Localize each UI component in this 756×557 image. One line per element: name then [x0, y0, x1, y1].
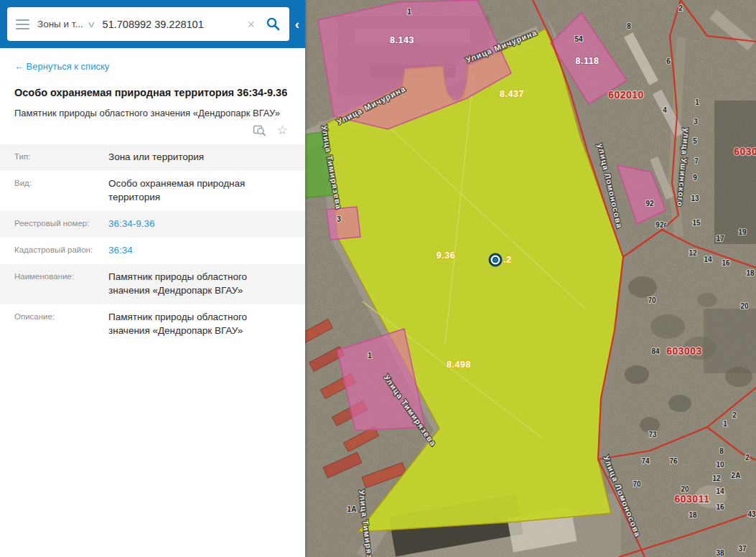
zone-number-label: 8.118	[575, 56, 599, 66]
info-row-kind: Вид:Особо охраняемая природная территори…	[0, 171, 305, 211]
building-number-label: 12	[712, 474, 721, 482]
zone-number-label: 9.36	[437, 251, 455, 261]
page-title: Особо охраняемая природная территория 36…	[0, 80, 305, 101]
zone-number-label: .2	[503, 255, 511, 265]
clear-search-icon[interactable]: ×	[245, 17, 258, 32]
info-value: Зона или территория	[99, 151, 288, 164]
object-subtitle: Памятник природы областного значения «Де…	[0, 101, 305, 120]
building-number-label: 1	[368, 352, 372, 360]
building-number-label: 1	[407, 8, 411, 16]
building-number-label: 76	[669, 457, 678, 465]
building-number-label: 20	[681, 485, 689, 493]
building-number-label: 43	[747, 510, 756, 518]
building-number-label: 2	[678, 4, 683, 12]
favorite-star-icon[interactable]: ☆	[277, 124, 288, 136]
info-value: Особо охраняемая природная территория	[99, 177, 288, 205]
zone-number-label: 8.437	[500, 89, 524, 99]
info-label: Вид:	[0, 177, 99, 187]
cadastral-quarter-label: 603002	[734, 146, 756, 157]
info-rows: Тип:Зона или территорияВид:Особо охраняе…	[0, 144, 305, 344]
search-result-marker	[490, 254, 501, 266]
info-row-description: Описание:Памятник природы областного зна…	[0, 304, 305, 345]
info-row-name: Наименование:Памятник природы областного…	[0, 264, 305, 304]
building-number-label: 17	[716, 235, 724, 243]
building-number-label: 1А	[347, 505, 357, 513]
collapse-panel-button[interactable]: ‹	[290, 0, 304, 48]
info-value-link[interactable]: 36:34-9.36	[99, 217, 288, 231]
building-number-label: 70	[633, 480, 641, 488]
building-number-label: 4	[663, 106, 667, 114]
info-row-registry-number: Реестровый номер:36:34-9.36	[0, 211, 305, 238]
zone-number-label: 8.143	[390, 35, 414, 45]
building-number-label: 18	[689, 511, 697, 519]
search-category-label: Зоны и т...	[37, 19, 83, 29]
building-number-label: 70	[648, 296, 656, 304]
building-number-label: 2А	[732, 472, 741, 479]
info-label: Наименование:	[0, 271, 99, 281]
building-number-label: 15	[692, 219, 701, 227]
building-number-label: 8	[627, 22, 631, 30]
building-number-label: 7	[694, 157, 699, 165]
building-number-label: 92	[645, 200, 654, 207]
building-number-label: 2	[745, 454, 750, 462]
back-to-list-link[interactable]: ← Вернуться к списку	[0, 57, 305, 80]
building-number-label: 20	[740, 302, 749, 310]
info-row-cadastral-district: Кадастровый район:36:34	[0, 238, 305, 264]
cadastral-quarter-label: 603003	[666, 345, 702, 357]
map[interactable]: 602010603002603003603011 Улица МичуринаУ…	[305, 0, 756, 557]
building-number-label: 38	[716, 549, 724, 557]
info-value-link[interactable]: 36:34	[99, 244, 288, 258]
building-number-label: 19	[738, 228, 747, 236]
zoom-to-object-icon[interactable]	[253, 123, 266, 137]
info-label: Реестровый номер:	[0, 217, 99, 228]
search-box: Зоны и т... ∨ ×	[7, 7, 289, 41]
search-header: Зоны и т... ∨ × ‹	[0, 0, 305, 48]
search-input[interactable]	[101, 18, 238, 31]
building-number-label: 73	[648, 431, 657, 439]
building-number-label: 74	[641, 457, 650, 465]
building-number-label: 8	[719, 447, 724, 455]
building-number-label: 12	[689, 249, 697, 257]
cadastral-quarter-label: 603011	[675, 493, 710, 505]
app: Зоны и т... ∨ × ‹ ← Вернуться к списку О…	[0, 0, 756, 557]
info-label: Кадастровый район:	[0, 244, 99, 254]
sidebar: Зоны и т... ∨ × ‹ ← Вернуться к списку О…	[0, 0, 305, 557]
building-number-label: 5	[693, 137, 697, 145]
building-number-label: 1	[723, 420, 727, 428]
info-row-type: Тип:Зона или территория	[0, 144, 305, 171]
info-label: Тип:	[0, 151, 99, 161]
building-number-label: 2	[732, 411, 737, 419]
pink-zone-3	[327, 207, 360, 240]
building-number-label: 9	[693, 174, 697, 182]
building-number-label: 3	[337, 215, 341, 223]
building-number-label: 10	[716, 461, 724, 469]
object-actions: ☆	[0, 119, 305, 143]
chevron-down-icon: ∨	[87, 19, 95, 29]
building-number-label: 16	[716, 503, 724, 511]
building-number-label: 54	[574, 35, 583, 43]
building-number-label: 14	[704, 256, 712, 263]
building-number-label: 84	[651, 347, 660, 355]
search-icon[interactable]	[264, 15, 282, 33]
cadastral-quarter-label: 602010	[608, 89, 644, 100]
menu-icon[interactable]	[14, 17, 31, 32]
zone-number-label: 8.498	[447, 360, 471, 370]
info-value: Памятник природы областного значения «Де…	[99, 311, 288, 338]
search-category-dropdown[interactable]: Зоны и т... ∨	[37, 19, 95, 29]
info-label: Описание:	[0, 311, 99, 321]
building-number-label: 1	[695, 98, 699, 106]
building-number-label: 18	[746, 269, 755, 277]
info-value: Памятник природы областного значения «Де…	[99, 271, 288, 298]
building-number-label: 92г	[655, 221, 666, 229]
building-number-label: 16	[722, 259, 730, 267]
building-number-label: 13	[691, 195, 699, 202]
building-number-label: 6	[666, 57, 671, 65]
building-number-label: 14	[716, 487, 724, 495]
building-number-label: 3	[694, 118, 698, 126]
building-number-label: 37	[738, 545, 747, 553]
panel-body: ← Вернуться к списку Особо охраняемая пр…	[0, 48, 305, 344]
